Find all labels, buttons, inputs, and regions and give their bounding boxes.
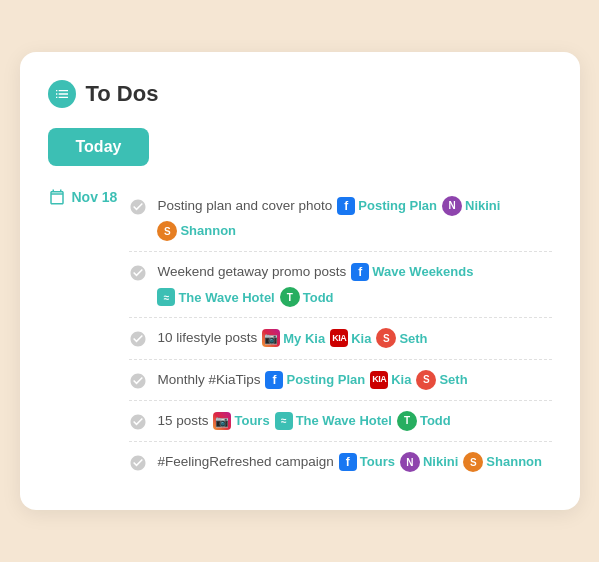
wave-icon: ≈ bbox=[275, 412, 293, 430]
task-item: Posting plan and cover photo f Posting P… bbox=[129, 186, 551, 252]
task-item: 15 posts 📷 Tours ≈ The Wave Hotel T Todd bbox=[129, 401, 551, 442]
task-content: 10 lifestyle posts 📷 My Kia KIA Kia S Se… bbox=[157, 328, 551, 348]
check-icon bbox=[129, 330, 147, 348]
tag-shannon[interactable]: S Shannon bbox=[157, 221, 236, 241]
task-content: Posting plan and cover photo f Posting P… bbox=[157, 196, 551, 241]
tag-nikini[interactable]: N Nikini bbox=[442, 196, 500, 216]
tag-seth-2[interactable]: S Seth bbox=[416, 370, 467, 390]
todo-card: To Dos Today Nov 18 Posting plan and cov… bbox=[20, 52, 580, 511]
avatar-seth: S bbox=[376, 328, 396, 348]
tag-my-kia[interactable]: 📷 My Kia bbox=[262, 329, 325, 349]
tag-kia-1[interactable]: KIA Kia bbox=[330, 329, 371, 349]
task-content: 15 posts 📷 Tours ≈ The Wave Hotel T Todd bbox=[157, 411, 551, 431]
list-svg bbox=[54, 86, 70, 102]
check-icon bbox=[129, 198, 147, 216]
task-item: #FeelingRefreshed campaign f Tours N Nik… bbox=[129, 442, 551, 482]
kia-icon: KIA bbox=[370, 371, 388, 389]
tag-nikini-2[interactable]: N Nikini bbox=[400, 452, 458, 472]
tag-wave-weekends[interactable]: f Wave Weekends bbox=[351, 262, 473, 282]
kia-icon: KIA bbox=[330, 329, 348, 347]
avatar-shannon: S bbox=[463, 452, 483, 472]
facebook-icon: f bbox=[339, 453, 357, 471]
check-icon bbox=[129, 413, 147, 431]
today-button[interactable]: Today bbox=[48, 128, 150, 166]
instagram-icon: 📷 bbox=[262, 329, 280, 347]
card-header: To Dos bbox=[48, 80, 552, 108]
tag-tours-ig[interactable]: 📷 Tours bbox=[213, 411, 269, 431]
task-item: Weekend getaway promo posts f Wave Weeke… bbox=[129, 252, 551, 318]
check-icon bbox=[129, 264, 147, 282]
avatar-nikini: N bbox=[442, 196, 462, 216]
facebook-icon: f bbox=[351, 263, 369, 281]
tag-posting-plan[interactable]: f Posting Plan bbox=[337, 196, 437, 216]
task-content: Monthly #KiaTips f Posting Plan KIA Kia … bbox=[157, 370, 551, 390]
tag-seth-1[interactable]: S Seth bbox=[376, 328, 427, 348]
facebook-icon: f bbox=[337, 197, 355, 215]
wave-icon: ≈ bbox=[157, 288, 175, 306]
avatar-todd: T bbox=[280, 287, 300, 307]
avatar-nikini: N bbox=[400, 452, 420, 472]
tag-kia-2[interactable]: KIA Kia bbox=[370, 370, 411, 390]
page-title: To Dos bbox=[86, 81, 159, 107]
date-badge: Nov 18 bbox=[48, 186, 118, 206]
date-section: Nov 18 Posting plan and cover photo f Po… bbox=[48, 186, 552, 483]
task-content: Weekend getaway promo posts f Wave Weeke… bbox=[157, 262, 551, 307]
tag-shannon-2[interactable]: S Shannon bbox=[463, 452, 542, 472]
tag-posting-plan-2[interactable]: f Posting Plan bbox=[265, 370, 365, 390]
avatar-todd: T bbox=[397, 411, 417, 431]
task-item: Monthly #KiaTips f Posting Plan KIA Kia … bbox=[129, 360, 551, 401]
tag-wave-hotel-1[interactable]: ≈ The Wave Hotel bbox=[157, 288, 274, 308]
avatar-seth: S bbox=[416, 370, 436, 390]
tasks-list: Posting plan and cover photo f Posting P… bbox=[129, 186, 551, 483]
tag-todd-2[interactable]: T Todd bbox=[397, 411, 451, 431]
calendar-icon bbox=[48, 188, 66, 206]
task-content: #FeelingRefreshed campaign f Tours N Nik… bbox=[157, 452, 551, 472]
check-icon bbox=[129, 454, 147, 472]
instagram-icon: 📷 bbox=[213, 412, 231, 430]
avatar-shannon: S bbox=[157, 221, 177, 241]
date-label: Nov 18 bbox=[72, 189, 118, 205]
check-icon bbox=[129, 372, 147, 390]
list-icon bbox=[48, 80, 76, 108]
task-item: 10 lifestyle posts 📷 My Kia KIA Kia S Se… bbox=[129, 318, 551, 359]
tag-wave-hotel-2[interactable]: ≈ The Wave Hotel bbox=[275, 411, 392, 431]
facebook-icon: f bbox=[265, 371, 283, 389]
tag-tours-fb[interactable]: f Tours bbox=[339, 452, 395, 472]
tag-todd-1[interactable]: T Todd bbox=[280, 287, 334, 307]
